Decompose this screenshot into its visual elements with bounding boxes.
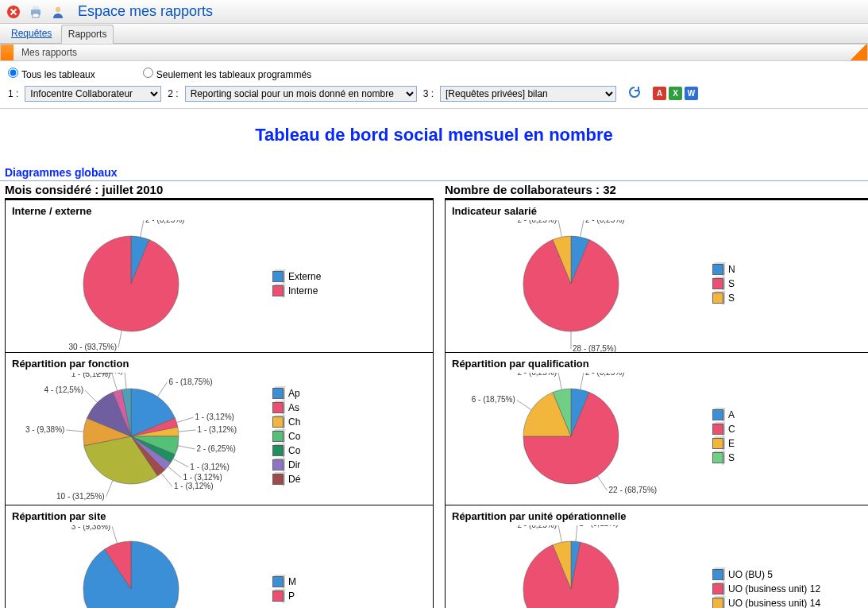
svg-line-13 [176,417,193,422]
radio-all-tables[interactable]: Tous les tableaux [8,68,95,80]
svg-text:2 - (6,25%): 2 - (6,25%) [518,220,557,224]
svg-text:1 - (3,12%): 1 - (3,12%) [195,412,233,421]
legend-item: UO (business unit) 14 [712,598,866,608]
panel-header: Mes rapports [0,44,868,61]
export-xls-icon[interactable]: X [669,87,682,100]
svg-line-41 [581,220,584,237]
svg-text:2 - (6,25%): 2 - (6,25%) [585,373,624,377]
svg-text:1 - (3,12%): 1 - (3,12%) [83,373,122,375]
tab-queries[interactable]: Requêtes [5,25,58,42]
export-pdf-icon[interactable]: A [653,87,666,100]
svg-line-45 [558,220,561,237]
svg-text:3 - (9,38%): 3 - (9,38%) [71,525,110,531]
svg-text:2 - (6,25%): 2 - (6,25%) [145,220,184,224]
close-icon[interactable] [6,5,21,19]
pie-canvas: 29 - (90,62%)3 - (9,38%) [12,525,266,608]
top-toolbar: Espace mes rapports [0,0,868,24]
svg-text:22 - (68,75%): 22 - (68,75%) [609,486,658,494]
section-diagrammes-globaux: Diagrammes globaux [0,165,868,181]
orange-accent-left [1,45,14,60]
svg-line-15 [179,430,196,432]
chart-title: Répartition par qualification [452,358,866,370]
pie-canvas: 2 - (6,25%)30 - (93,75%) [12,220,266,347]
svg-text:1 - (3,12%): 1 - (3,12%) [183,473,222,482]
legend-item: Dé [272,474,426,485]
svg-line-50 [597,476,607,490]
orange-accent-right [850,45,867,60]
chart-repartition-uo: Répartition par unité opérationnelle 1 -… [445,505,868,608]
svg-text:6 - (18,75%): 6 - (18,75%) [169,378,213,386]
svg-text:1 - (3,12%): 1 - (3,12%) [190,463,229,471]
svg-line-57 [576,525,577,541]
svg-line-21 [168,467,181,478]
legend-item: Co [272,431,426,442]
svg-line-25 [106,480,113,496]
svg-line-6 [141,220,144,237]
chart-legend: ExterneInterne [266,220,426,347]
svg-text:2 - (6,25%): 2 - (6,25%) [518,373,557,377]
svg-text:2 - (6,25%): 2 - (6,25%) [196,444,235,453]
svg-line-11 [157,382,167,397]
legend-item: UO (BU) 5 [712,569,866,580]
chart-title: Répartition par unité opérationnelle [452,510,866,522]
svg-text:1 - (3,12%): 1 - (3,12%) [579,525,618,528]
svg-text:6 - (18,75%): 6 - (18,75%) [472,395,515,404]
legend-item: N [712,264,866,275]
filter-label-2: 2 : [168,88,178,99]
svg-text:1 - (3,12%): 1 - (3,12%) [198,425,237,434]
svg-line-23 [161,473,172,486]
legend-item: E [712,438,866,449]
svg-rect-3 [33,14,39,17]
chart-repartition-site: Répartition par site 29 - (90,62%)3 - (9… [5,505,434,608]
legend-item: Ch [272,416,426,428]
svg-line-27 [66,430,83,432]
legend-item: Dir [272,459,426,471]
svg-line-8 [118,331,122,348]
chart-interne-externe: Interne / externe 2 - (6,25%)30 - (93,75… [5,199,434,353]
pie-canvas: 2 - (6,25%)22 - (68,75%)6 - (18,75%)2 - … [452,373,706,500]
svg-text:4 - (12,5%): 4 - (12,5%) [44,385,83,394]
chart-repartition-fonction: Répartition par fonction 6 - (18,75%)1 -… [5,353,434,505]
user-icon[interactable] [51,5,65,19]
legend-item: Interne [272,285,426,296]
filter-select-2[interactable]: Reporting social pour un mois donné en n… [186,87,416,101]
print-icon[interactable] [29,5,43,19]
right-column-head: Nombre de collaborateurs : 32 [445,181,868,199]
radio-scheduled-only[interactable]: Seulement les tableaux programmés [143,68,311,80]
export-doc-icon[interactable]: W [685,87,698,100]
svg-line-31 [112,374,117,391]
filter-label-3: 3 : [423,88,434,99]
tab-reports[interactable]: Rapports [61,25,114,44]
legend-item: A [712,409,866,420]
page-title: Espace mes rapports [78,3,213,20]
chart-title: Interne / externe [12,205,426,217]
filter-select-3[interactable]: [Requêtes privées] bilan [441,87,615,101]
legend-item: Externe [272,271,426,282]
svg-text:10 - (31,25%): 10 - (31,25%) [56,492,105,501]
svg-point-4 [56,6,60,11]
svg-line-17 [178,446,195,449]
svg-line-29 [85,390,98,403]
legend-item: S [712,278,866,289]
chart-indicateur-salarie: Indicateur salarié 2 - (6,25%)28 - (87,5… [445,199,868,353]
left-column: Mois considéré : juillet 2010 Interne / … [5,181,434,608]
svg-text:3 - (9,38%): 3 - (9,38%) [25,425,64,434]
filter-label-1: 1 : [8,88,18,99]
svg-line-38 [112,527,117,544]
refresh-icon[interactable] [627,85,642,102]
left-column-head: Mois considéré : juillet 2010 [5,181,434,199]
svg-text:1 - (3,12%): 1 - (3,12%) [174,482,213,490]
legend-item: Co [272,445,426,456]
chart-legend: ACES [706,373,866,500]
filter-select-1[interactable]: Infocentre Collaborateur [25,87,160,101]
chart-legend: UO (BU) 5UO (business unit) 12UO (busine… [706,525,866,608]
chart-title: Indicateur salarié [452,205,866,217]
svg-text:28 - (87,5%): 28 - (87,5%) [573,344,616,353]
chart-legend: ApAsChCoCoDirDé [266,373,426,500]
legend-item: As [272,402,426,413]
legend-item: S [712,292,866,304]
tab-bar: Requêtes Rapports [0,24,868,44]
pie-canvas: 6 - (18,75%)1 - (3,12%)1 - (3,12%)2 - (6… [12,373,266,500]
svg-line-54 [558,373,561,389]
svg-rect-2 [33,6,39,10]
